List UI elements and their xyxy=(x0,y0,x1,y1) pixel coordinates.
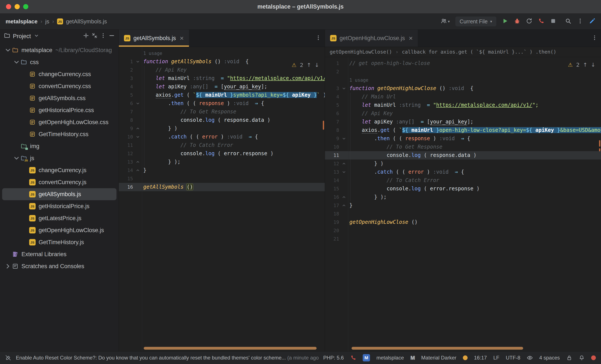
prev-warning-icon[interactable]: ↑ xyxy=(583,62,588,68)
chevron-right-icon[interactable] xyxy=(4,263,11,270)
indent-style[interactable]: 4 spaces xyxy=(539,355,560,361)
code-with-me-button[interactable]: ▾ xyxy=(441,17,450,26)
tree-item-changecurrency-css[interactable]: changeCurrency.css xyxy=(0,68,119,80)
tree-item-gettimehistory-css[interactable]: GetTimeHistory.css xyxy=(0,128,119,140)
m-badge[interactable]: M xyxy=(363,354,370,361)
hide-panel-icon[interactable] xyxy=(109,33,115,40)
line-number: 14 xyxy=(119,166,133,175)
breadcrumb-callback[interactable]: callback for axios.get ( `${ mainUrl }..… xyxy=(402,49,556,55)
tab-options-icon[interactable] xyxy=(591,35,598,42)
close-window-button[interactable] xyxy=(6,4,11,9)
left-editor[interactable]: 1 usage1function getAllSymbols () :void … xyxy=(119,47,325,351)
fold-up-icon[interactable] xyxy=(340,159,348,168)
tree-item-getallsymbols-js[interactable]: JSgetAllSymbols.js xyxy=(2,188,116,200)
chevron-down-icon[interactable] xyxy=(13,155,20,162)
line-separator[interactable]: LF xyxy=(493,355,499,361)
theme-name[interactable]: Material Darker xyxy=(421,355,456,361)
tree-item-scratches-and-consoles[interactable]: Scratches and Consoles xyxy=(0,260,119,272)
ai-assistant-button[interactable] xyxy=(589,17,595,26)
record-indicator[interactable] xyxy=(591,355,596,360)
fold-up-icon[interactable] xyxy=(340,201,348,210)
more-actions-button[interactable] xyxy=(577,17,583,26)
project-view-title[interactable]: Project xyxy=(13,33,31,40)
collapse-all-icon[interactable] xyxy=(91,33,98,40)
notification-message[interactable]: Enable Auto Reset Color Scheme?: Do you … xyxy=(16,355,319,361)
error-stripe-mark xyxy=(599,140,600,147)
tree-item-getopenhighlowclose-js[interactable]: JSgetOpenHighLowClose.js xyxy=(0,224,119,236)
tree-item-metalsplace[interactable]: metalsplace~/Library/CloudStorag xyxy=(0,44,119,56)
inspection-widget[interactable]: ⚠ 2 ↑ ↓ xyxy=(568,62,595,68)
caret-position[interactable]: 16:17 xyxy=(474,355,487,361)
horizontal-scrollbar[interactable] xyxy=(351,347,523,350)
php-version[interactable]: PHP: 5.6 xyxy=(323,355,344,361)
tab-options-icon[interactable] xyxy=(315,35,321,42)
rerun-button[interactable] xyxy=(526,17,532,26)
js-file-icon: JS xyxy=(57,19,63,24)
fold-down-icon[interactable] xyxy=(340,84,348,93)
line-number: 20 xyxy=(325,226,340,235)
fold-down-icon[interactable] xyxy=(340,134,348,143)
inspection-widget[interactable]: ⚠ 2 ↑ ↓ xyxy=(292,62,319,68)
project-widget[interactable]: metalsplace xyxy=(376,355,404,361)
zoom-window-button[interactable] xyxy=(23,4,28,9)
next-warning-icon[interactable]: ↓ xyxy=(591,62,595,68)
right-editor[interactable]: 1// get open-high-low-close21 usage3func… xyxy=(325,57,601,351)
tree-item-gethistoricalprice-js[interactable]: JSgetHistoricalPrice.js xyxy=(0,200,119,212)
phone-handler-icon[interactable] xyxy=(350,355,356,361)
search-everywhere-button[interactable] xyxy=(565,17,571,26)
minimize-window-button[interactable] xyxy=(15,4,20,9)
tree-item-getlatestprice-js[interactable]: JSgetLatestPrice.js xyxy=(0,212,119,224)
fold-up-icon[interactable] xyxy=(133,124,142,133)
fold-up-icon[interactable] xyxy=(340,193,348,201)
tree-item-gettimehistory-js[interactable]: JSGetTimeHistory.js xyxy=(0,236,119,248)
chevron-down-icon[interactable] xyxy=(33,33,40,40)
color-scheme-dot[interactable] xyxy=(463,355,468,360)
tab-getopenhighlowclose-js[interactable]: JS getOpenHighLowClose.js × xyxy=(325,30,418,47)
panel-options-icon[interactable] xyxy=(100,33,106,40)
close-tab-icon[interactable]: × xyxy=(409,35,413,42)
fold-down-icon[interactable] xyxy=(133,58,142,66)
breadcrumb-folder[interactable]: js xyxy=(45,18,49,25)
select-opened-file-icon[interactable] xyxy=(83,33,89,40)
fold-up-icon[interactable] xyxy=(133,166,142,175)
chevron-down-icon[interactable] xyxy=(13,59,20,66)
next-warning-icon[interactable]: ↓ xyxy=(315,62,319,68)
tree-item-convertcurrency-js[interactable]: JSconvertCurrency.js xyxy=(0,176,119,188)
fold-up-icon[interactable] xyxy=(133,158,142,166)
code-text: // To Catch Error xyxy=(348,176,601,185)
debug-button[interactable] xyxy=(514,17,520,26)
tree-item-css[interactable]: css xyxy=(0,56,119,68)
breadcrumb-file[interactable]: getAllSymbols.js xyxy=(66,18,107,25)
chevron-down-icon[interactable] xyxy=(4,47,11,54)
fold-down-icon[interactable] xyxy=(340,168,348,176)
tree-item-getopenhighlowclose-css[interactable]: getOpenHighLowClose.css xyxy=(0,116,119,128)
breadcrumb-function[interactable]: getOpenHighLowClose() xyxy=(330,49,392,55)
stop-button[interactable] xyxy=(550,17,556,26)
material-theme-icon[interactable]: M xyxy=(410,355,415,361)
fold-down-icon[interactable] xyxy=(133,99,142,108)
file-encoding[interactable]: UTF-8 xyxy=(506,355,520,361)
notification-text: Enable Auto Reset Color Scheme?: Do you … xyxy=(16,355,286,361)
usage-inlay[interactable]: 1 usage xyxy=(143,51,162,56)
tree-item-js[interactable]: JSjs xyxy=(0,152,119,164)
tree-item-getallsymbols-css[interactable]: getAllSymbols.css xyxy=(0,92,119,104)
usage-inlay[interactable]: 1 usage xyxy=(349,78,369,83)
readonly-lock-icon[interactable] xyxy=(566,355,572,361)
fold-down-icon[interactable] xyxy=(133,133,142,141)
reader-mode-icon[interactable] xyxy=(527,355,533,361)
prev-warning-icon[interactable]: ↑ xyxy=(307,62,311,68)
close-tab-icon[interactable]: × xyxy=(180,35,184,42)
tree-item-changecurrency-js[interactable]: JSchangeCurrency.js xyxy=(0,164,119,176)
notifications-icon[interactable] xyxy=(579,355,585,361)
run-config-selector[interactable]: Current File ▾ xyxy=(455,17,496,26)
horizontal-scrollbar[interactable] xyxy=(144,347,317,350)
pen-slash-icon[interactable] xyxy=(5,355,11,361)
phone-listener-button[interactable] xyxy=(538,17,544,26)
tree-item-external-libraries[interactable]: External Libraries xyxy=(0,248,119,260)
tree-item-gethistoricalprice-css[interactable]: getHistoricalPrice.css xyxy=(0,104,119,116)
tab-getallsymbols-js[interactable]: JS getAllSymbols.js × xyxy=(119,30,189,47)
tree-item-convertcurrency-css[interactable]: convertCurrency.css xyxy=(0,80,119,92)
tree-item-img[interactable]: img xyxy=(0,140,119,152)
run-button[interactable] xyxy=(502,17,508,26)
breadcrumb-project[interactable]: metalsplace xyxy=(6,18,38,25)
